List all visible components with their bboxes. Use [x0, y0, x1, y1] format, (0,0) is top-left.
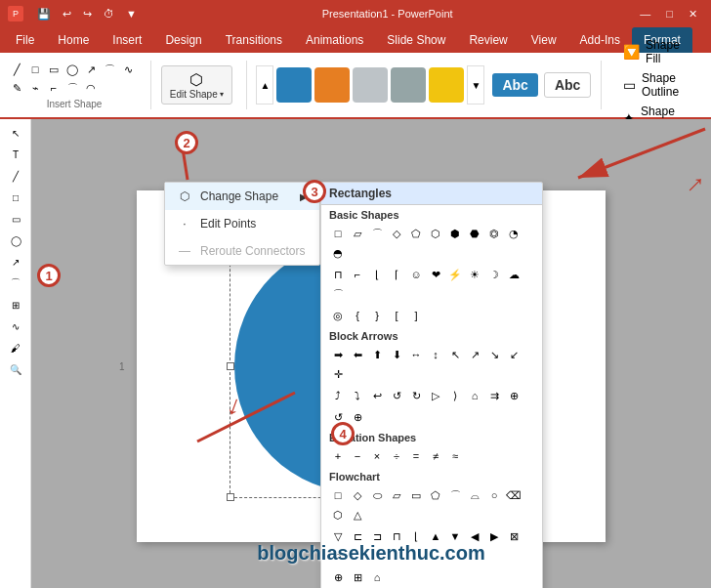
- shape-scribble[interactable]: ✎: [8, 79, 25, 97]
- tool-shape5[interactable]: ↗: [2, 252, 29, 272]
- fc-data[interactable]: ▱: [388, 486, 405, 504]
- tool-zoom[interactable]: 🔍: [2, 359, 29, 379]
- arrow-lr[interactable]: ↔: [407, 346, 425, 363]
- fc-decision[interactable]: ◇: [349, 486, 366, 504]
- fc-collate[interactable]: ▶: [485, 527, 503, 545]
- shape-connector[interactable]: ⌁: [26, 79, 44, 97]
- shape-brace-r[interactable]: }: [368, 307, 386, 324]
- style-sample-gray[interactable]: [391, 67, 426, 103]
- shape-fill-button[interactable]: 🔽 Shape Fill: [619, 36, 695, 67]
- fc-loop-limit[interactable]: ▽: [329, 527, 347, 545]
- tab-home[interactable]: Home: [46, 27, 101, 53]
- shape-decagon[interactable]: ⏣: [485, 225, 503, 242]
- shape-oval[interactable]: ◯: [63, 61, 81, 78]
- fc-summing[interactable]: ○: [329, 547, 347, 565]
- close-button[interactable]: ✕: [683, 6, 703, 22]
- tool-text[interactable]: T: [2, 145, 29, 164]
- shape-cloud[interactable]: ☁: [505, 266, 523, 283]
- menu-item-edit-points[interactable]: · Edit Points: [165, 210, 319, 237]
- shape-diamond[interactable]: ◇: [388, 225, 405, 242]
- arrow-u-turn[interactable]: ↩: [368, 387, 386, 404]
- shape-parallelogram[interactable]: ▱: [349, 225, 366, 242]
- arrow-left[interactable]: ⬅: [349, 346, 366, 363]
- shape-corner[interactable]: ⌊: [368, 266, 386, 283]
- arrow-loop[interactable]: ↺: [388, 387, 405, 404]
- arrow-stripe[interactable]: ⇉: [485, 387, 503, 404]
- eq-approx[interactable]: ≈: [446, 447, 464, 465]
- tool-paint[interactable]: 🖌: [2, 338, 29, 357]
- shape-halfframe[interactable]: ⌐: [349, 266, 366, 283]
- shape-heart[interactable]: ❤: [427, 266, 444, 283]
- fc-online[interactable]: ⊞: [349, 568, 366, 586]
- shape-hexagon[interactable]: ⬡: [427, 225, 444, 242]
- tab-review[interactable]: Review: [457, 27, 519, 53]
- tool-shape6[interactable]: ⌒: [2, 273, 29, 293]
- fc-terminal[interactable]: ⬭: [368, 486, 386, 504]
- arrow-ud[interactable]: ↕: [427, 346, 444, 363]
- fc-magnetic[interactable]: ⊓: [388, 527, 405, 545]
- shape-moon[interactable]: ☽: [485, 266, 503, 283]
- fc-sequential[interactable]: ⊐: [368, 527, 386, 545]
- timer-button[interactable]: ⏱: [100, 6, 118, 21]
- maximize-button[interactable]: □: [660, 6, 679, 22]
- styles-scroll-up[interactable]: ▲: [256, 65, 273, 105]
- arrow-down[interactable]: ⬇: [388, 346, 405, 363]
- fc-predefined[interactable]: ▭: [407, 486, 425, 504]
- tool-shape8[interactable]: ∿: [2, 316, 29, 336]
- minimize-button[interactable]: —: [634, 6, 656, 22]
- abc-button-blue[interactable]: Abc: [492, 73, 537, 97]
- arrow-loop2[interactable]: ↻: [407, 387, 425, 404]
- arrow-ul[interactable]: ↖: [446, 346, 464, 363]
- arrow-chevron[interactable]: ⟩: [446, 387, 464, 404]
- eq-mult[interactable]: ×: [368, 447, 386, 465]
- shape-chord[interactable]: ◓: [329, 244, 347, 262]
- style-sample-gray-light[interactable]: [353, 67, 388, 103]
- eq-minus[interactable]: −: [349, 447, 366, 465]
- shape-lightning[interactable]: ⚡: [446, 266, 464, 283]
- arrow-up[interactable]: ⬆: [368, 346, 386, 363]
- shape-rounded[interactable]: ▭: [45, 61, 63, 78]
- fc-internal[interactable]: ⬠: [427, 486, 444, 504]
- edit-shape-button[interactable]: ⬡ Edit Shape ▾: [161, 65, 232, 105]
- eq-eq[interactable]: =: [407, 447, 425, 465]
- fc-process[interactable]: □: [329, 486, 347, 504]
- arrow-pentagon[interactable]: ⌂: [466, 387, 483, 404]
- tab-insert[interactable]: Insert: [101, 27, 153, 53]
- shape-pentagon[interactable]: ⬠: [407, 225, 425, 242]
- fc-card[interactable]: ⌊: [407, 527, 425, 545]
- fc-extract[interactable]: ▲: [427, 527, 444, 545]
- menu-item-change-shape[interactable]: ⬡ Change Shape ▶: [165, 183, 319, 210]
- fc-document[interactable]: ⌒: [446, 486, 464, 504]
- shape-line[interactable]: ╱: [8, 61, 25, 78]
- abc-button-outline[interactable]: Abc: [544, 72, 591, 98]
- shape-curvy[interactable]: ⌒: [63, 79, 81, 97]
- arrow-dl[interactable]: ↙: [505, 346, 523, 363]
- arrow-bent-r[interactable]: ⤴: [329, 387, 347, 404]
- tab-transitions[interactable]: Transitions: [214, 27, 294, 53]
- shape-heptagon[interactable]: ⬢: [446, 225, 464, 242]
- eq-neq[interactable]: ≠: [427, 447, 444, 465]
- shape-arc[interactable]: ◠: [82, 79, 100, 97]
- style-sample-orange[interactable]: [314, 67, 350, 103]
- tool-shape2[interactable]: □: [2, 188, 29, 207]
- arrow-quad[interactable]: ⊕: [505, 387, 523, 404]
- arrow-notch[interactable]: ▷: [427, 387, 444, 404]
- save-button[interactable]: 💾: [33, 6, 55, 22]
- redo-button[interactable]: ↪: [79, 6, 96, 22]
- eq-div[interactable]: ÷: [388, 447, 405, 465]
- fc-manual-op[interactable]: ⌫: [505, 486, 523, 504]
- fc-preparation[interactable]: ⬡: [329, 506, 347, 524]
- tool-shape1[interactable]: ╱: [2, 166, 29, 186]
- fc-sort[interactable]: ⊠: [505, 527, 523, 545]
- shape-bracket-r[interactable]: ]: [407, 307, 425, 324]
- shape-elbow[interactable]: ⌐: [45, 79, 63, 97]
- tab-view[interactable]: View: [520, 27, 568, 53]
- fc-or[interactable]: ⊕: [329, 568, 347, 586]
- tool-shape3[interactable]: ▭: [2, 209, 29, 229]
- eq-plus[interactable]: +: [329, 447, 347, 465]
- tab-slide-show[interactable]: Slide Show: [375, 27, 457, 53]
- shape-arrow[interactable]: ↗: [82, 61, 100, 78]
- tool-pointer[interactable]: ↖: [2, 123, 29, 143]
- arrow-ur[interactable]: ↗: [466, 346, 483, 363]
- tab-design[interactable]: Design: [153, 27, 213, 53]
